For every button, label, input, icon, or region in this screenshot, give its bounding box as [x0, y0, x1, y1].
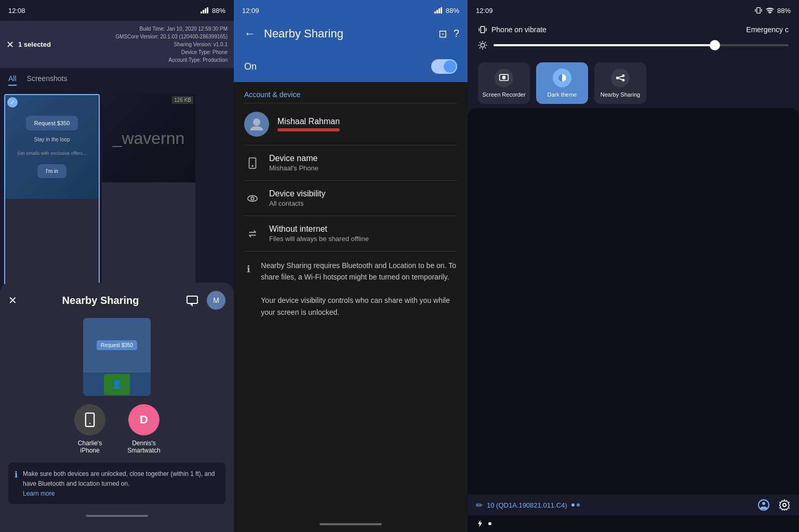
- brightness-thumb-icon: [710, 40, 720, 50]
- panel2-time: 12:09: [242, 7, 259, 15]
- email-highlight: [277, 128, 340, 131]
- underscore-text: _wavernn: [113, 129, 185, 148]
- tile-dark-theme[interactable]: Dark theme: [536, 62, 588, 104]
- section-header: Account & device: [234, 82, 468, 103]
- device-icon-phone: [74, 404, 105, 435]
- close-nearby-btn[interactable]: ✕: [8, 294, 17, 307]
- selected-count: 1 selected: [18, 41, 51, 48]
- svg-point-42: [622, 79, 624, 81]
- panel3-status-bar: 12:09 88%: [468, 0, 799, 21]
- notification-row: [476, 520, 791, 528]
- panel3-time: 12:09: [476, 7, 493, 15]
- close-btn[interactable]: ✕: [6, 39, 14, 50]
- panel2-status-bar: 12:09 88%: [234, 0, 468, 21]
- learn-more-link[interactable]: Learn more: [23, 490, 55, 497]
- device-name-label: Device name: [269, 154, 457, 163]
- info-circle-icon: ℹ: [244, 261, 252, 277]
- panel3-bottom-left: ✏ 10 (QD1A.190821.011.C4): [476, 500, 580, 510]
- back-button[interactable]: ←: [242, 25, 258, 43]
- info-section-1: ℹ Nearby Sharing requires Bluetooth and …: [234, 251, 468, 326]
- device-visibility-row[interactable]: Device visibility All contacts: [234, 181, 468, 216]
- svg-point-38: [503, 76, 505, 79]
- build-info-bar: ✕ 1 selected Build Time: Jan 10, 2020 12…: [0, 21, 234, 68]
- share-icon[interactable]: ⊡: [438, 28, 447, 40]
- wifi-icon: [766, 7, 774, 14]
- preview-bottom: 👤: [83, 373, 151, 396]
- device-item-charlies[interactable]: Charlie's iPhone: [69, 404, 111, 454]
- notification-bar: [468, 515, 799, 532]
- dot-indicator: [571, 503, 580, 507]
- svg-rect-0: [201, 11, 202, 14]
- svg-point-15: [251, 197, 254, 200]
- svg-rect-1: [203, 10, 204, 14]
- on-off-toggle[interactable]: [431, 59, 457, 74]
- user-info: Mishaal Rahman: [277, 117, 457, 131]
- panel3-main: ✏ 10 (QD1A.190821.011.C4): [468, 108, 799, 515]
- info-text-1: Nearby Sharing requires Bluetooth and Lo…: [261, 261, 456, 281]
- phone-settings-icon: [247, 157, 258, 169]
- tile-dark-theme-label: Dark theme: [548, 91, 577, 98]
- panel2-home-bar: [319, 523, 382, 525]
- svg-rect-10: [441, 7, 442, 14]
- visibility-text: Device visibility All contacts: [269, 189, 457, 207]
- gear-icon[interactable]: [778, 499, 791, 511]
- transfer-icon: [244, 225, 261, 242]
- visibility-label: Device visibility: [269, 189, 457, 198]
- device-name-row[interactable]: Device name Mishaal's Phone: [234, 145, 468, 180]
- tile-nearby-sharing[interactable]: Nearby Sharing: [594, 62, 646, 104]
- dark-theme-icon: [553, 69, 571, 87]
- vibrate-bar-icon: [478, 25, 487, 34]
- device-icon-watch: D: [128, 404, 159, 435]
- panel-quick-settings: 12:09 88% Phone on vibrate: [468, 0, 799, 532]
- nearby-icons: M: [184, 291, 225, 310]
- lightning-icon: [476, 520, 484, 528]
- message-icon-btn[interactable]: [184, 292, 201, 309]
- brightness-thumb: [710, 40, 720, 50]
- svg-rect-9: [438, 8, 440, 14]
- svg-line-30: [485, 42, 486, 43]
- visibility-icon: [244, 190, 261, 207]
- panel2-battery: 88%: [446, 7, 459, 15]
- panel1-time: 12:08: [8, 7, 25, 15]
- info-content: Make sure both devices are unlocked, clo…: [23, 469, 219, 498]
- tile-nearby-sharing-label: Nearby Sharing: [601, 91, 640, 98]
- tab-all[interactable]: All: [8, 72, 17, 86]
- device-icon-settings: [244, 155, 261, 171]
- record-icon: [499, 73, 509, 83]
- dot-active: [571, 503, 575, 507]
- preview-green: 👤: [104, 374, 130, 395]
- vibrate-text: Phone on vibrate: [478, 25, 547, 34]
- panel1-status-bar: 12:08 88%: [0, 0, 234, 21]
- svg-line-29: [485, 47, 486, 48]
- panel2-toolbar-icons: ⊡ ?: [438, 28, 459, 40]
- tile-screen-recorder[interactable]: Screen Recorder: [478, 62, 530, 104]
- avatar-icon: [248, 116, 265, 132]
- mock-card: Request $350: [26, 116, 78, 130]
- device-label-charlies: Charlie's iPhone: [69, 440, 111, 454]
- panel3-battery: 88%: [777, 7, 791, 15]
- user-row: Mishaal Rahman: [234, 103, 468, 145]
- info-text-2: Your device visibility controls who can …: [261, 296, 450, 316]
- device-label-dennis: Dennis's Smartwatch: [123, 440, 165, 454]
- quick-tiles: Screen Recorder Dark theme: [468, 58, 799, 108]
- panel-nearby-settings: 12:09 88% ← Nearby Sharing ⊡ ? On: [234, 0, 468, 532]
- screenshot-mock-1: Request $350 Stay in the loop Get emails…: [5, 95, 99, 199]
- brightness-slider[interactable]: [494, 44, 789, 46]
- panel3-inner: [468, 108, 799, 495]
- pencil-icon[interactable]: ✏: [476, 500, 483, 510]
- user-circle-icon[interactable]: [757, 499, 770, 511]
- panel1-battery: 88%: [212, 7, 225, 15]
- preview-top: Request $350: [83, 318, 151, 373]
- internet-row[interactable]: Without internet Files will always be sh…: [234, 216, 468, 251]
- mock-text-2: Get emails with exclusive offers...: [15, 149, 88, 158]
- user-avatar-btn[interactable]: M: [207, 291, 225, 310]
- info-row: ℹ Make sure both devices are unlocked, c…: [8, 462, 225, 504]
- svg-point-32: [713, 43, 717, 47]
- help-icon[interactable]: ?: [454, 28, 459, 40]
- visibility-value: All contacts: [269, 200, 457, 207]
- device-item-dennis[interactable]: D Dennis's Smartwatch: [123, 404, 165, 454]
- svg-rect-5: [86, 414, 94, 427]
- panel1-status-icons: 88%: [201, 7, 225, 15]
- svg-rect-2: [205, 8, 206, 14]
- tab-screenshots[interactable]: Screenshots: [27, 72, 68, 86]
